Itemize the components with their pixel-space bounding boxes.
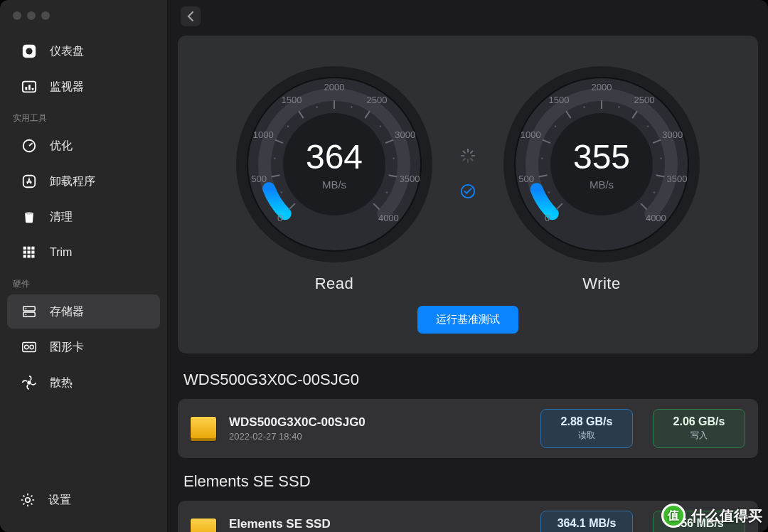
svg-point-96 [654,191,656,193]
svg-text:2500: 2500 [634,95,655,105]
svg-text:500: 500 [518,174,534,184]
svg-text:1000: 1000 [521,129,541,140]
sidebar-item-label: 卸载程序 [50,174,95,189]
close-dot[interactable] [13,11,21,20]
svg-rect-11 [28,247,31,250]
gauge-write-caption: Write [582,275,620,293]
svg-text:4000: 4000 [378,213,399,223]
svg-text:1500: 1500 [282,95,302,105]
run-benchmark-button[interactable]: 运行基准测试 [417,306,518,334]
svg-line-7 [29,143,33,146]
read-metric-pill: 2.88 GB/s 读取 [540,409,633,448]
read-label: 读取 [555,430,618,442]
sidebar-item-label: 存储器 [50,304,84,319]
svg-text:3500: 3500 [399,174,420,184]
sidebar-item-label: 监视器 [50,80,84,95]
read-metric-pill: 364.1 MB/s 读取 [540,511,633,532]
svg-text:3000: 3000 [662,129,683,140]
device-result-row[interactable]: WDS500G3X0C-00SJG0 2022-02-27 18:40 2.88… [178,399,758,458]
watermark: 值 什么值得买 [661,504,762,528]
trash-icon [20,208,38,226]
disk-icon [191,417,216,441]
svg-point-27 [26,498,30,502]
sidebar-item-clean[interactable]: 清理 [7,200,160,234]
sidebar-item-settings[interactable]: 设置 [13,484,154,516]
svg-rect-16 [23,255,26,257]
svg-point-51 [287,125,289,127]
svg-rect-8 [23,176,36,188]
sidebar-item-optimize[interactable]: 优化 [7,129,160,163]
svg-point-54 [380,125,382,127]
svg-rect-18 [31,255,34,257]
sidebar-item-gpu[interactable]: 图形卡 [7,330,160,364]
svg-point-9 [25,212,33,214]
back-button[interactable] [181,6,201,26]
svg-rect-12 [31,247,34,250]
write-metric-pill: 2.06 GB/s 写入 [653,409,745,448]
benchmark-panel: 05001000150020002500300035004000364MB/s … [178,36,758,353]
svg-point-55 [393,157,395,159]
svg-text:0: 0 [277,213,282,223]
svg-text:3500: 3500 [666,174,687,184]
sidebar-item-label: 仪表盘 [50,44,84,59]
svg-point-26 [27,381,31,385]
svg-rect-15 [31,251,34,254]
svg-line-66 [471,151,473,153]
write-label: 写入 [668,430,730,442]
sidebar-item-label: 清理 [50,210,73,225]
drive-icon [20,302,38,321]
svg-rect-4 [28,85,31,90]
sidebar-item-label: 图形卡 [50,340,84,355]
svg-text:2000: 2000 [592,82,612,92]
device-name: WDS500G3X0C-00SJG0 [229,415,521,430]
svg-point-1 [26,48,32,54]
fullscreen-dot[interactable] [41,11,50,20]
svg-text:4000: 4000 [646,213,666,223]
svg-text:1000: 1000 [253,129,274,140]
svg-point-22 [26,314,27,315]
read-value: 2.88 GB/s [555,415,618,428]
device-timestamp: 2022-02-27 18:40 [229,431,521,442]
svg-text:2500: 2500 [367,95,388,105]
svg-point-93 [618,106,620,108]
minimize-dot[interactable] [27,11,36,20]
apple-icon [20,42,38,60]
svg-point-25 [30,345,33,349]
gauge-icon [20,137,38,155]
svg-point-56 [386,191,388,193]
svg-point-91 [555,125,557,127]
svg-line-65 [463,159,465,161]
sidebar-item-cooling[interactable]: 散热 [7,366,160,400]
fan-icon [20,373,38,392]
sidebar-item-dashboard[interactable]: 仪表盘 [7,34,160,68]
gauge-read: 05001000150020002500300035004000364MB/s [228,54,441,267]
gauge-write: 05001000150020002500300035004000355MB/s [495,54,708,267]
svg-line-63 [463,151,465,153]
grid-icon [20,243,38,262]
svg-point-94 [647,125,649,127]
svg-point-50 [274,157,276,159]
sidebar-item-trim[interactable]: Trim [7,235,160,270]
svg-text:364: 364 [306,138,363,176]
spinner-icon [460,148,476,164]
svg-text:MB/s: MB/s [590,179,614,191]
gpu-icon [20,338,38,356]
svg-rect-13 [23,251,26,254]
sidebar-item-label: 设置 [48,493,71,508]
center-status-icons [441,148,495,199]
device-name: Elements SE SSD [229,517,521,531]
gauge-read-caption: Read [315,275,354,293]
svg-point-90 [541,157,543,159]
watermark-text: 什么值得买 [691,506,762,526]
window-traffic-lights[interactable] [13,11,50,20]
svg-text:355: 355 [573,138,630,176]
check-circle-icon [460,183,476,199]
watermark-badge-icon: 值 [661,504,686,528]
device-title: WDS500G3X0C-00SJG0 [178,356,758,399]
sidebar-item-monitor[interactable]: 监视器 [7,70,160,104]
svg-text:MB/s: MB/s [322,179,346,191]
svg-text:2000: 2000 [324,82,345,92]
sidebar-item-uninstaller[interactable]: 卸载程序 [7,164,160,198]
gear-icon [18,491,37,509]
sidebar-item-storage[interactable]: 存储器 [7,294,160,329]
